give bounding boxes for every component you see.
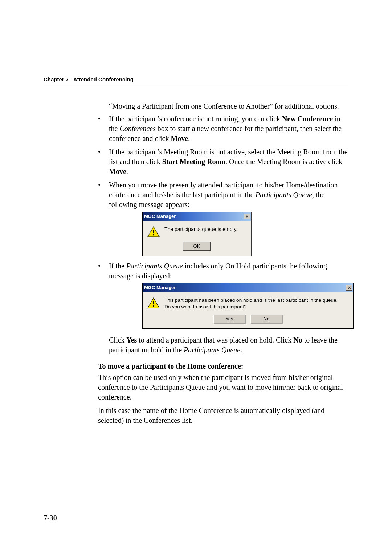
italic-text: Conferences — [119, 125, 155, 133]
text-fragment: to attend a participant that was placed … — [137, 336, 293, 344]
list-item: If the Participants Queue includes only … — [98, 261, 348, 355]
list-item: When you move the presently attended par… — [98, 180, 348, 256]
intro-paragraph: “Moving a Participant from one Conferenc… — [109, 101, 348, 111]
dialog-buttons: Yes No — [143, 312, 353, 328]
dialog-titlebar: MGC Manager ✕ — [143, 212, 251, 221]
dialog-message: The participants queue is empty. — [164, 226, 237, 233]
dialog-on-hold: MGC Manager ✕ This participant has been … — [142, 283, 354, 329]
close-icon[interactable]: ✕ — [244, 214, 250, 219]
close-icon[interactable]: ✕ — [346, 285, 352, 291]
dialog-buttons: OK — [143, 240, 251, 256]
bold-text: Move — [171, 134, 188, 142]
bullet-list: If the participant’s conference is not r… — [98, 114, 348, 355]
yes-button[interactable]: Yes — [213, 315, 245, 323]
content-block: “Moving a Participant from one Conferenc… — [76, 101, 348, 425]
italic-text: Participants Queue — [184, 346, 240, 354]
divider — [44, 85, 348, 85]
body-paragraph: In this case the name of the Home Confer… — [98, 406, 348, 425]
bold-text: Yes — [126, 336, 137, 344]
bold-text: New Conference — [282, 115, 333, 123]
chapter-header: Chapter 7 - Attended Conferencing — [44, 76, 348, 82]
warning-icon — [147, 226, 160, 238]
bold-text: No — [293, 336, 302, 344]
text-fragment: If the — [109, 262, 126, 270]
italic-text: Participants Queue — [126, 262, 183, 270]
message-line: Do you want to assist this participant? — [164, 304, 338, 310]
text-fragment: . Once the Meeting Room is active click — [225, 158, 342, 166]
list-item: If the participant’s conference is not r… — [98, 114, 348, 143]
list-item: If the participant’s Meeting Room is not… — [98, 147, 348, 177]
text-fragment: . — [240, 346, 242, 354]
dialog-title: MGC Manager — [144, 284, 176, 291]
text-fragment: If the participant’s conference is not r… — [109, 115, 282, 123]
svg-point-5 — [153, 305, 154, 307]
bold-text: Start Meeting Room — [162, 158, 225, 166]
body-paragraph: This option can be used only when the pa… — [98, 373, 348, 402]
text-fragment: . — [188, 134, 190, 142]
dialog-body: The participants queue is empty. — [143, 221, 251, 240]
no-button[interactable]: No — [250, 315, 282, 323]
text-fragment: . — [126, 167, 128, 175]
page-number: 7-30 — [44, 514, 57, 522]
section-heading: To move a participant to the Home confer… — [98, 361, 348, 371]
italic-text: Participants Queue — [256, 191, 312, 199]
svg-rect-1 — [153, 230, 154, 233]
warning-icon — [147, 297, 160, 309]
bold-text: Move — [109, 167, 126, 175]
dialog-title: MGC Manager — [144, 213, 176, 220]
ok-button[interactable]: OK — [183, 242, 211, 251]
dialog-body: This participant has been placed on hold… — [143, 292, 353, 312]
dialog-queue-empty: MGC Manager ✕ The participants queue is … — [142, 212, 251, 256]
svg-rect-4 — [153, 301, 154, 304]
message-line: This participant has been placed on hold… — [164, 297, 338, 304]
dialog-message: This participant has been placed on hold… — [164, 297, 338, 310]
svg-point-2 — [153, 234, 154, 236]
document-page: Chapter 7 - Attended Conferencing “Movin… — [0, 0, 392, 451]
dialog-titlebar: MGC Manager ✕ — [143, 283, 353, 292]
text-fragment: Click — [109, 336, 126, 344]
